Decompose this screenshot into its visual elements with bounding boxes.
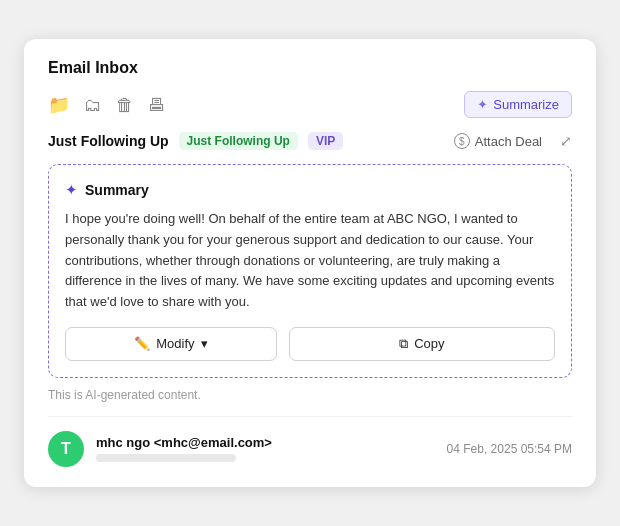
modify-label: Modify — [156, 336, 194, 351]
email-row: T mhc ngo <mhc@email.com> 04 Feb, 2025 0… — [48, 416, 572, 467]
email-time: 04 Feb, 2025 05:54 PM — [447, 442, 572, 456]
summary-header: ✦ Summary — [65, 181, 555, 199]
summary-label: Summary — [85, 182, 149, 198]
summarize-button[interactable]: ✦ Summarize — [464, 91, 572, 118]
subject-row: Just Following Up Just Following Up VIP … — [48, 132, 572, 150]
attach-deal-label: Attach Deal — [475, 134, 542, 149]
tag-vip[interactable]: VIP — [308, 132, 343, 150]
summary-sparkle-icon: ✦ — [65, 181, 78, 199]
print-icon[interactable]: 🖶 — [148, 96, 166, 114]
copy-button[interactable]: ⧉ Copy — [289, 327, 555, 361]
toolbar: 📁 🗂 🗑 🖶 ✦ Summarize — [48, 91, 572, 118]
attach-deal-icon: $ — [454, 133, 470, 149]
email-from: mhc ngo <mhc@email.com> — [96, 435, 435, 450]
pencil-icon: ✏️ — [134, 336, 150, 351]
chevron-down-icon: ▾ — [201, 336, 208, 351]
attach-deal-button[interactable]: $ Attach Deal — [454, 133, 542, 149]
ai-note: This is AI-generated content. — [48, 388, 572, 402]
toolbar-left: 📁 🗂 🗑 🖶 — [48, 96, 166, 114]
avatar: T — [48, 431, 84, 467]
sparkle-icon: ✦ — [477, 97, 488, 112]
card-title: Email Inbox — [48, 59, 572, 77]
copy-icon: ⧉ — [399, 336, 408, 352]
email-preview-line — [96, 454, 236, 462]
summary-box: ✦ Summary I hope you're doing well! On b… — [48, 164, 572, 378]
modify-button[interactable]: ✏️ Modify ▾ — [65, 327, 277, 361]
archive-icon[interactable]: 🗂 — [84, 96, 102, 114]
email-inbox-card: Email Inbox 📁 🗂 🗑 🖶 ✦ Summarize Just Fol… — [24, 39, 596, 487]
summary-body: I hope you're doing well! On behalf of t… — [65, 209, 555, 313]
summary-actions: ✏️ Modify ▾ ⧉ Copy — [65, 327, 555, 361]
email-info: mhc ngo <mhc@email.com> — [96, 435, 435, 462]
collapse-icon[interactable]: ⤢ — [560, 133, 572, 149]
subject-text: Just Following Up — [48, 133, 169, 149]
trash-icon[interactable]: 🗑 — [116, 96, 134, 114]
summarize-label: Summarize — [493, 97, 559, 112]
copy-label: Copy — [414, 336, 444, 351]
tag-following-up[interactable]: Just Following Up — [179, 132, 298, 150]
folder-icon[interactable]: 📁 — [48, 96, 70, 114]
